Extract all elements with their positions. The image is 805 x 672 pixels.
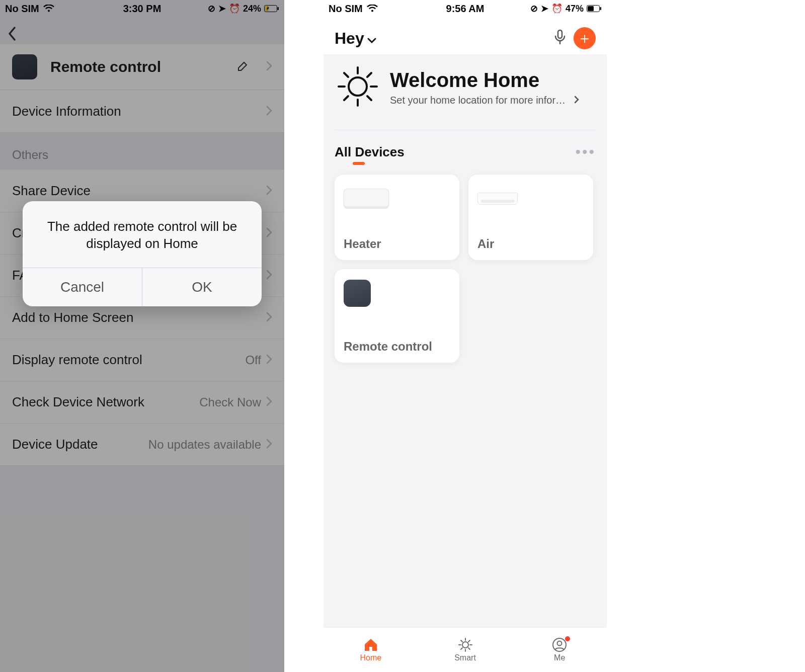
- device-grid: Heater Air Remote control: [324, 163, 607, 374]
- chevron-right-icon: [574, 95, 579, 106]
- home-dropdown[interactable]: Hey: [335, 29, 376, 48]
- tab-all-devices[interactable]: All Devices: [335, 144, 405, 160]
- welcome-subtitle: Set your home location for more informa…: [390, 95, 571, 106]
- status-bar-right: No SIM 9:56 AM ⊘ ➤ ⏰ 47%: [324, 0, 607, 17]
- device-card-heater[interactable]: Heater: [335, 175, 459, 260]
- alarm-icon: ⏰: [551, 3, 562, 14]
- weather-sun-icon: [335, 63, 381, 112]
- cancel-button[interactable]: Cancel: [23, 268, 142, 306]
- svg-line-14: [344, 96, 348, 100]
- chevron-down-icon: [367, 29, 376, 48]
- battery-percent: 47%: [566, 4, 584, 14]
- air-conditioner-icon: [477, 193, 518, 205]
- microphone-icon[interactable]: [553, 29, 567, 47]
- svg-point-26: [557, 641, 562, 646]
- home-name: Hey: [335, 29, 364, 48]
- set-location-row[interactable]: Set your home location for more informa…: [390, 95, 579, 106]
- tab-home[interactable]: Home: [324, 628, 418, 672]
- device-card-air[interactable]: Air: [468, 175, 593, 260]
- settings-screen: No SIM 3:30 PM ⊘ ➤ ⏰ 24% Remote control: [0, 0, 284, 672]
- tab-me[interactable]: Me: [512, 628, 607, 672]
- svg-line-22: [468, 648, 470, 649]
- tab-smart[interactable]: Smart: [418, 628, 513, 672]
- heater-device-icon: [344, 189, 389, 209]
- ok-button[interactable]: OK: [142, 268, 262, 306]
- tab-label: Me: [554, 653, 565, 662]
- tab-label: Smart: [454, 653, 476, 662]
- svg-point-7: [349, 77, 367, 96]
- more-icon[interactable]: •••: [575, 143, 596, 160]
- svg-line-12: [344, 73, 348, 77]
- battery-icon: [587, 5, 602, 12]
- svg-line-23: [461, 648, 462, 649]
- add-device-button[interactable]: ＋: [574, 27, 596, 49]
- devices-tab-row: All Devices •••: [324, 130, 607, 163]
- rotation-lock-icon: ⊘: [530, 3, 538, 14]
- svg-rect-6: [558, 30, 562, 38]
- tab-label: Home: [360, 653, 381, 662]
- device-name: Air: [477, 237, 584, 251]
- welcome-block: Welcome Home Set your home location for …: [324, 54, 607, 117]
- location-icon: ➤: [541, 3, 548, 14]
- remote-control-device-icon: [344, 280, 371, 307]
- smart-sun-icon: [458, 637, 473, 652]
- whitespace: [607, 0, 805, 672]
- svg-point-16: [462, 642, 468, 648]
- bottom-tab-bar: Home Smart Me: [324, 628, 607, 672]
- home-icon: [363, 637, 378, 652]
- profile-icon: [552, 637, 567, 652]
- svg-rect-5: [588, 6, 594, 11]
- modal-overlay: [0, 0, 284, 672]
- carrier-text: No SIM: [329, 3, 363, 15]
- home-screen: No SIM 9:56 AM ⊘ ➤ ⏰ 47% Hey ＋: [324, 0, 607, 672]
- dialog-message: The added remote control will be display…: [23, 201, 262, 268]
- tab-label-text: All Devices: [335, 144, 405, 159]
- home-header: Hey ＋: [324, 17, 607, 54]
- device-name: Remote control: [344, 340, 450, 354]
- device-name: Heater: [344, 237, 450, 251]
- device-card-remote-control[interactable]: Remote control: [335, 269, 459, 363]
- wifi-icon: [367, 5, 378, 13]
- tab-indicator: [353, 162, 365, 165]
- welcome-title: Welcome Home: [390, 69, 579, 92]
- svg-line-13: [367, 96, 371, 100]
- svg-line-21: [461, 640, 462, 642]
- confirm-dialog: The added remote control will be display…: [23, 201, 262, 306]
- svg-line-15: [367, 73, 371, 77]
- svg-rect-4: [600, 7, 602, 10]
- clock-text: 9:56 AM: [446, 3, 485, 15]
- svg-line-24: [468, 640, 470, 642]
- plus-icon: ＋: [577, 28, 592, 49]
- notification-badge: [565, 636, 570, 641]
